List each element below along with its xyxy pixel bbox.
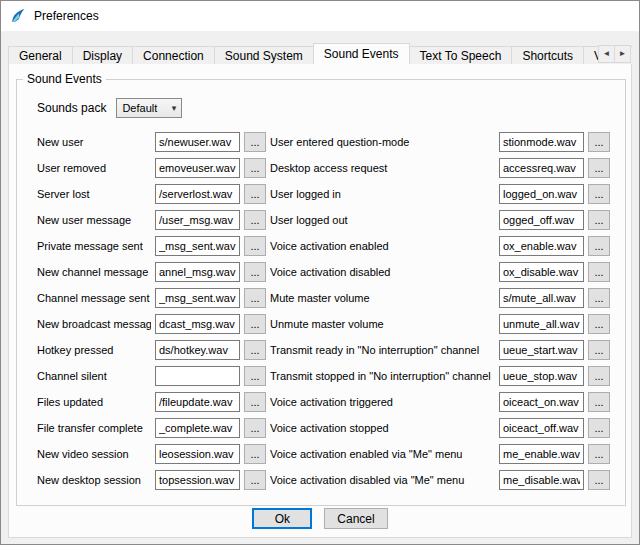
sound-file-input[interactable] xyxy=(155,158,240,178)
sound-file-input[interactable] xyxy=(155,366,240,386)
preferences-window: Preferences General Display Connection S… xyxy=(0,0,640,545)
sound-file-input[interactable] xyxy=(499,236,584,256)
browse-button[interactable]: ... xyxy=(588,366,610,386)
sound-event-label: Mute master volume xyxy=(270,292,495,304)
sound-file-input[interactable] xyxy=(499,184,584,204)
sound-file-input[interactable] xyxy=(499,210,584,230)
sound-file-input[interactable] xyxy=(155,236,240,256)
sound-file-input[interactable] xyxy=(499,158,584,178)
sounds-pack-row: Sounds pack Default ▾ xyxy=(37,98,182,118)
browse-button[interactable]: ... xyxy=(588,340,610,360)
browse-button[interactable]: ... xyxy=(244,262,266,282)
browse-button[interactable]: ... xyxy=(244,314,266,334)
sound-file-input[interactable] xyxy=(499,340,584,360)
browse-button[interactable]: ... xyxy=(588,470,610,490)
sound-file-input[interactable] xyxy=(155,392,240,412)
titlebar: Preferences xyxy=(1,1,639,31)
sound-event-label: New desktop session xyxy=(37,474,151,486)
sound-event-label: User logged in xyxy=(270,188,495,200)
sounds-pack-value: Default xyxy=(122,102,157,114)
browse-button[interactable]: ... xyxy=(244,366,266,386)
dialog-buttons: Ok Cancel xyxy=(9,508,631,529)
sound-file-input[interactable] xyxy=(499,470,584,490)
browse-button[interactable]: ... xyxy=(588,392,610,412)
browse-button[interactable]: ... xyxy=(244,236,266,256)
tab-sound-system[interactable]: Sound System xyxy=(214,46,314,64)
scroll-right-icon: ► xyxy=(619,49,627,58)
sound-event-label: Channel silent xyxy=(37,370,151,382)
browse-button[interactable]: ... xyxy=(244,470,266,490)
sound-file-input[interactable] xyxy=(155,288,240,308)
sound-event-label: Voice activation enabled xyxy=(270,240,495,252)
tab-display[interactable]: Display xyxy=(72,46,133,64)
browse-button[interactable]: ... xyxy=(244,210,266,230)
sound-event-label: User logged out xyxy=(270,214,495,226)
browse-button[interactable]: ... xyxy=(588,262,610,282)
sound-event-label: Transmit ready in "No interruption" chan… xyxy=(270,344,495,356)
browse-button[interactable]: ... xyxy=(244,184,266,204)
tab-sound-events[interactable]: Sound Events xyxy=(313,43,410,64)
sound-event-label: New channel message xyxy=(37,266,151,278)
tab-text-to-speech[interactable]: Text To Speech xyxy=(409,46,513,64)
browse-button[interactable]: ... xyxy=(244,288,266,308)
sound-file-input[interactable] xyxy=(499,366,584,386)
sound-file-input[interactable] xyxy=(155,210,240,230)
sound-event-label: New user xyxy=(37,136,151,148)
sound-event-label: Voice activation stopped xyxy=(270,422,495,434)
browse-button[interactable]: ... xyxy=(588,288,610,308)
browse-button[interactable]: ... xyxy=(588,158,610,178)
ok-button[interactable]: Ok xyxy=(252,508,312,529)
browse-button[interactable]: ... xyxy=(588,314,610,334)
sound-file-input[interactable] xyxy=(155,184,240,204)
tab-page-sound-events: Sound Events Sounds pack Default ▾ New u… xyxy=(8,63,632,538)
window-title: Preferences xyxy=(34,9,99,23)
browse-button[interactable]: ... xyxy=(244,444,266,464)
sound-file-input[interactable] xyxy=(155,132,240,152)
browse-button[interactable]: ... xyxy=(588,444,610,464)
scroll-left-icon: ◄ xyxy=(603,49,611,58)
sound-file-input[interactable] xyxy=(499,444,584,464)
tab-shortcuts[interactable]: Shortcuts xyxy=(511,46,584,64)
sound-event-label: New user message xyxy=(37,214,151,226)
sound-event-label: New broadcast message xyxy=(37,318,151,330)
app-icon xyxy=(10,8,26,24)
sound-event-label: Channel message sent xyxy=(37,292,151,304)
sound-events-group: Sound Events Sounds pack Default ▾ New u… xyxy=(16,72,626,506)
browse-button[interactable]: ... xyxy=(588,184,610,204)
browse-button[interactable]: ... xyxy=(588,210,610,230)
sound-file-input[interactable] xyxy=(155,418,240,438)
sound-file-input[interactable] xyxy=(155,470,240,490)
browse-button[interactable]: ... xyxy=(244,340,266,360)
cancel-button[interactable]: Cancel xyxy=(324,508,387,529)
sound-file-input[interactable] xyxy=(499,418,584,438)
browse-button[interactable]: ... xyxy=(244,392,266,412)
sound-event-label: Transmit stopped in "No interruption" ch… xyxy=(270,370,495,382)
tab-general[interactable]: General xyxy=(8,46,73,64)
browse-button[interactable]: ... xyxy=(244,418,266,438)
sound-file-input[interactable] xyxy=(155,444,240,464)
sound-file-input[interactable] xyxy=(155,340,240,360)
sound-file-input[interactable] xyxy=(499,262,584,282)
sounds-pack-label: Sounds pack xyxy=(37,101,106,115)
sound-event-label: File transfer complete xyxy=(37,422,151,434)
chevron-down-icon: ▾ xyxy=(172,103,177,113)
sound-events-grid: New user...User entered question-mode...… xyxy=(37,132,610,490)
tab-scroll-right-button[interactable]: ► xyxy=(614,45,631,63)
sound-event-label: New video session xyxy=(37,448,151,460)
sound-file-input[interactable] xyxy=(499,392,584,412)
sound-file-input[interactable] xyxy=(155,262,240,282)
browse-button[interactable]: ... xyxy=(588,236,610,256)
sound-event-label: Files updated xyxy=(37,396,151,408)
browse-button[interactable]: ... xyxy=(244,158,266,178)
sound-file-input[interactable] xyxy=(499,288,584,308)
browse-button[interactable]: ... xyxy=(588,132,610,152)
sounds-pack-select[interactable]: Default ▾ xyxy=(116,98,182,118)
tab-scroll-left-button[interactable]: ◄ xyxy=(598,45,615,63)
sound-file-input[interactable] xyxy=(155,314,240,334)
sound-file-input[interactable] xyxy=(499,132,584,152)
sound-event-label: Hotkey pressed xyxy=(37,344,151,356)
tab-connection[interactable]: Connection xyxy=(132,46,215,64)
sound-file-input[interactable] xyxy=(499,314,584,334)
browse-button[interactable]: ... xyxy=(244,132,266,152)
browse-button[interactable]: ... xyxy=(588,418,610,438)
